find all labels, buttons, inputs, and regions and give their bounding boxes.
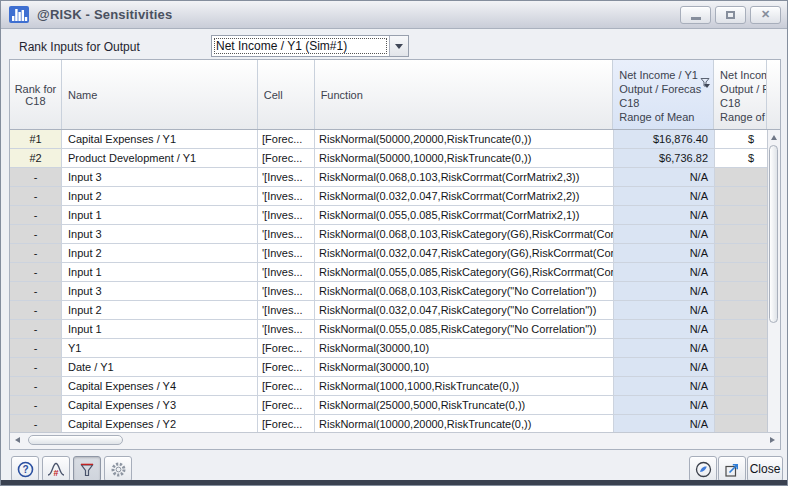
rank-inputs-label: Rank Inputs for Output	[19, 40, 140, 54]
cellref-cell-value: '[Inves...	[258, 187, 315, 206]
output1-cell-value: N/A	[614, 168, 715, 187]
table-row[interactable]: -Input 3'[Inves...RiskNormal(0.068,0.103…	[10, 225, 780, 244]
table-row[interactable]: -Input 1'[Inves...RiskNormal(0.055,0.085…	[10, 206, 780, 225]
vertical-scrollbar[interactable]	[767, 130, 780, 432]
name-cell-value: Y1	[62, 339, 258, 358]
cellref-cell-value: '[Inves...	[258, 320, 315, 339]
table-row[interactable]: -Input 3'[Inves...RiskNormal(0.068,0.103…	[10, 282, 780, 301]
header-output2-text: Net Income / Output / For C18 Range of M…	[720, 68, 767, 124]
header-function[interactable]: Function	[315, 60, 614, 129]
name-cell-value: Capital Expenses / Y3	[62, 396, 258, 415]
rank-cell-value: -	[10, 263, 62, 282]
help-button[interactable]: ?	[11, 456, 39, 482]
output2-cell-value	[715, 301, 768, 320]
table-header: Rank for C18 Name Cell Function Net Inco…	[10, 60, 780, 130]
rank-cell-value: -	[10, 244, 62, 263]
header-output1[interactable]: Net Income / Y1 Output / Forecas C18 Ran…	[613, 60, 714, 129]
function-cell-value: RiskNormal(25000,5000,RiskTruncate(0,))	[315, 396, 614, 415]
table-row[interactable]: #1Capital Expenses / Y1[Forec...RiskNorm…	[10, 130, 780, 149]
table-row[interactable]: -Input 1'[Inves...RiskNormal(0.055,0.085…	[10, 263, 780, 282]
rank-cell-value: -	[10, 339, 62, 358]
table-row[interactable]: -Input 2'[Inves...RiskNormal(0.032,0.047…	[10, 187, 780, 206]
cellref-cell-value: '[Inves...	[258, 168, 315, 187]
output-dropdown[interactable]: Net Income / Y1 (Sim#1)	[211, 35, 409, 57]
header-rank[interactable]: Rank for C18	[10, 60, 62, 129]
scroll-right-icon[interactable]	[770, 437, 775, 443]
close-window-button[interactable]: ✕	[750, 6, 781, 24]
output2-cell-value	[715, 244, 768, 263]
output2-cell-value	[715, 415, 768, 432]
risk-app-icon	[9, 6, 29, 23]
column-filter-icon[interactable]	[670, 62, 711, 104]
rank-cell-value: -	[10, 415, 62, 432]
name-cell-value: Capital Expenses / Y2	[62, 415, 258, 432]
export-button[interactable]	[718, 456, 746, 482]
output2-cell-value	[715, 396, 768, 415]
name-cell-value: Input 2	[62, 244, 258, 263]
table-row[interactable]: -Input 2'[Inves...RiskNormal(0.032,0.047…	[10, 244, 780, 263]
table-row[interactable]: -Input 2'[Inves...RiskNormal(0.032,0.047…	[10, 301, 780, 320]
output1-cell-value: N/A	[614, 301, 715, 320]
output2-cell-value	[715, 377, 768, 396]
scroll-up-icon[interactable]	[771, 135, 777, 140]
table-row[interactable]: -Date / Y1[Forec...RiskNormal(30000,10)N…	[10, 358, 780, 377]
distribution-format-button[interactable]: #	[42, 456, 70, 482]
output2-cell-value	[715, 206, 768, 225]
cellref-cell-value: [Forec...	[258, 358, 315, 377]
window-bottom-edge	[1, 480, 787, 485]
vertical-scroll-thumb[interactable]	[769, 145, 778, 323]
name-cell-value: Input 2	[62, 187, 258, 206]
horizontal-scroll-thumb[interactable]	[28, 435, 123, 445]
minimize-icon	[691, 17, 701, 20]
output1-cell-value: $16,876.40	[614, 130, 715, 149]
header-cell[interactable]: Cell	[258, 60, 315, 129]
function-cell-value: RiskNormal(0.055,0.085,RiskCorrmat(CorrM…	[315, 206, 614, 225]
function-cell-value: RiskNormal(0.068,0.103,RiskCategory("No …	[315, 282, 614, 301]
output2-cell-value: $	[715, 149, 768, 168]
cellref-cell-value: '[Inves...	[258, 282, 315, 301]
chevron-down-icon	[395, 44, 403, 49]
dropdown-arrow-button[interactable]	[389, 36, 408, 56]
function-cell-value: RiskNormal(50000,20000,RiskTruncate(0,))	[315, 130, 614, 149]
close-button[interactable]: Close	[747, 456, 783, 482]
output1-cell-value: N/A	[614, 263, 715, 282]
output1-cell-value: N/A	[614, 396, 715, 415]
horizontal-scrollbar[interactable]	[10, 432, 780, 449]
filter-icon	[79, 462, 95, 477]
scroll-left-icon[interactable]	[15, 437, 20, 443]
minimize-button[interactable]	[680, 6, 711, 24]
settings-button[interactable]	[104, 456, 132, 482]
edit-reports-button[interactable]	[689, 456, 717, 482]
table-row[interactable]: -Input 1'[Inves...RiskNormal(0.055,0.085…	[10, 320, 780, 339]
distribution-format-icon: #	[47, 461, 65, 477]
cellref-cell-value: '[Inves...	[258, 244, 315, 263]
rank-cell-value: -	[10, 377, 62, 396]
table-row[interactable]: #2Product Development / Y1[Forec...RiskN…	[10, 149, 780, 168]
header-output2[interactable]: Net Income / Output / For C18 Range of M…	[714, 60, 767, 129]
name-cell-value: Input 3	[62, 168, 258, 187]
cellref-cell-value: [Forec...	[258, 149, 315, 168]
function-cell-value: RiskNormal(0.032,0.047,RiskCategory("No …	[315, 301, 614, 320]
function-cell-value: RiskNormal(0.055,0.085,RiskCategory(G6),…	[315, 263, 614, 282]
help-icon: ?	[17, 461, 34, 478]
output1-cell-value: N/A	[614, 339, 715, 358]
function-cell-value: RiskNormal(0.068,0.103,RiskCategory(G6),…	[315, 225, 614, 244]
filter-button[interactable]	[73, 456, 101, 482]
table-body: #1Capital Expenses / Y1[Forec...RiskNorm…	[10, 130, 780, 432]
output1-cell-value: N/A	[614, 225, 715, 244]
close-icon: ✕	[761, 9, 770, 20]
output1-cell-value: N/A	[614, 282, 715, 301]
output-dropdown-value: Net Income / Y1 (Sim#1)	[212, 36, 389, 56]
maximize-button[interactable]	[715, 6, 746, 24]
table-row[interactable]: -Y1[Forec...RiskNormal(30000,10)N/A	[10, 339, 780, 358]
header-name[interactable]: Name	[62, 60, 258, 129]
output2-cell-value	[715, 282, 768, 301]
table-row[interactable]: -Capital Expenses / Y3[Forec...RiskNorma…	[10, 396, 780, 415]
name-cell-value: Input 3	[62, 225, 258, 244]
rank-cell-value: -	[10, 396, 62, 415]
function-cell-value: RiskNormal(1000,1000,RiskTruncate(0,))	[315, 377, 614, 396]
table-row[interactable]: -Input 3'[Inves...RiskNormal(0.068,0.103…	[10, 168, 780, 187]
table-row[interactable]: -Capital Expenses / Y2[Forec...RiskNorma…	[10, 415, 780, 432]
rank-cell-value: -	[10, 282, 62, 301]
table-row[interactable]: -Capital Expenses / Y4[Forec...RiskNorma…	[10, 377, 780, 396]
